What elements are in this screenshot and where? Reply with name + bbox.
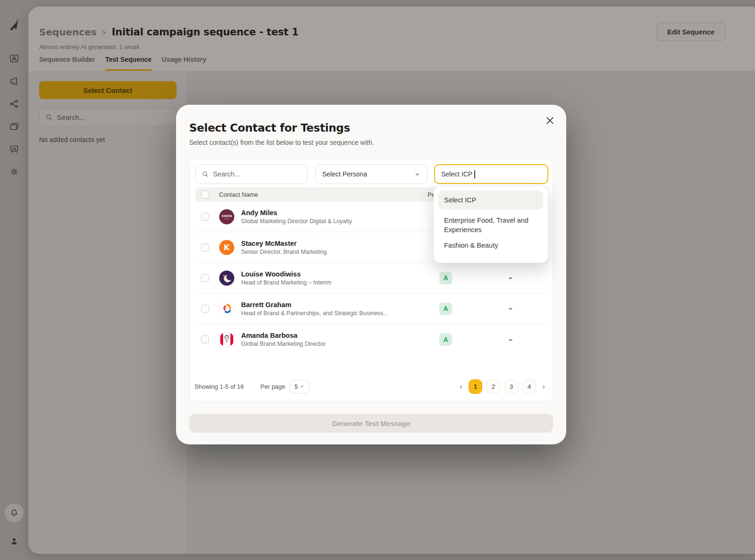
empty-value-dash: –	[509, 274, 512, 282]
page-button-2[interactable]: 2	[487, 379, 500, 394]
chevron-down-icon	[414, 171, 420, 177]
page-button-4[interactable]: 4	[522, 379, 536, 394]
svg-text:K: K	[224, 243, 230, 252]
contact-name: Barrett Graham	[241, 301, 388, 309]
persona-badge: A	[439, 333, 452, 346]
page-button-1[interactable]: 1	[469, 379, 482, 394]
avatar-k-logo: K	[219, 240, 235, 255]
per-page-select[interactable]: 5	[290, 380, 310, 393]
close-icon[interactable]	[544, 114, 556, 126]
contact-name: Amanda Barbosa	[241, 332, 326, 339]
row-checkbox[interactable]	[201, 305, 209, 313]
row-checkbox[interactable]	[201, 274, 209, 282]
icp-option-enterprise-food[interactable]: Enterprise Food, Travel and Experiences	[434, 209, 548, 234]
avatar-kfc-logo	[219, 332, 235, 347]
showing-count-label: Showing 1-5 of 16	[194, 383, 244, 390]
table-row[interactable]: Barrett Graham Head of Brand & Partnersh…	[195, 293, 548, 324]
persona-badge: A	[439, 302, 452, 315]
avatar-moon-logo	[219, 270, 235, 286]
avatar-costa-logo: COSTA COFFEE	[219, 209, 235, 225]
column-contact-name: Contact Name	[219, 191, 258, 198]
modal-subtitle: Select contact(s) from the list below to…	[189, 139, 374, 146]
modal-search-box[interactable]	[195, 164, 308, 184]
select-persona-dropdown[interactable]: Select Persona	[315, 164, 428, 184]
search-icon	[202, 170, 209, 178]
contact-title: Head of Brand Marketing – Interim	[241, 279, 331, 286]
table-row[interactable]: Amanda Barbosa Global Brand Marketing Di…	[195, 324, 548, 355]
avatar-swirl-logo	[219, 301, 235, 317]
row-checkbox[interactable]	[201, 335, 209, 343]
contact-title: Head of Brand & Partnerships, and Strate…	[241, 310, 388, 317]
text-cursor	[474, 170, 475, 178]
table-footer: Showing 1-5 of 16 Per page 5 ‹ 1 2 3 4 ›	[194, 379, 547, 394]
contact-title: Global Brand Marketing Director	[241, 341, 326, 347]
row-checkbox[interactable]	[201, 213, 209, 221]
table-row[interactable]: Louise Woodiwiss Head of Brand Marketing…	[195, 263, 548, 293]
modal-search-input[interactable]	[213, 170, 301, 178]
contact-name: Louise Woodiwiss	[241, 270, 331, 278]
icp-option-fashion-beauty[interactable]: Fashion & Beauty	[434, 234, 548, 251]
select-contact-modal: Select Contact for Testings Select conta…	[176, 105, 566, 444]
empty-value-dash: –	[509, 336, 512, 343]
row-checkbox[interactable]	[201, 243, 209, 251]
contact-title: Senior Director, Brand Marketing	[241, 249, 327, 255]
persona-badge: A	[439, 272, 452, 284]
prev-page-icon[interactable]: ‹	[458, 382, 464, 391]
contact-name: Stacey McMaster	[241, 240, 327, 247]
select-icp-input[interactable]: Select ICP	[434, 164, 548, 184]
svg-text:COFFEE: COFFEE	[224, 218, 229, 220]
next-page-icon[interactable]: ›	[540, 382, 547, 391]
svg-text:COSTA: COSTA	[221, 214, 232, 217]
pagination: ‹ 1 2 3 4 ›	[458, 379, 547, 394]
chevron-down-icon	[300, 384, 304, 389]
icp-dropdown-panel: Select ICP Enterprise Food, Travel and E…	[434, 187, 548, 263]
page-button-3[interactable]: 3	[504, 379, 518, 394]
modal-title: Select Contact for Testings	[189, 122, 350, 134]
per-page-label: Per page	[260, 383, 285, 390]
contact-title: Global Marketing Director Digital & Loya…	[241, 218, 352, 225]
icp-option-select-icp[interactable]: Select ICP	[438, 191, 543, 209]
empty-value-dash: –	[509, 305, 512, 312]
contact-name: Andy Miles	[241, 209, 352, 217]
generate-test-message-button[interactable]: Generate Test Message	[189, 414, 553, 433]
select-all-checkbox[interactable]	[201, 191, 209, 199]
